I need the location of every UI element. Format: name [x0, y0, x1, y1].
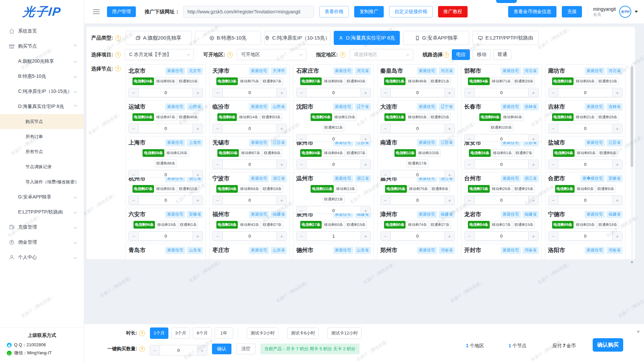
- copy-promo-button[interactable]: 复制推广: [354, 6, 384, 17]
- duration-button[interactable]: 3个月: [171, 327, 190, 339]
- collapse-arrow-icon[interactable]: [637, 331, 640, 333]
- quantity-input[interactable]: [558, 88, 612, 97]
- quantity-input[interactable]: [223, 124, 276, 133]
- duration-button[interactable]: 6个月: [193, 327, 211, 339]
- decrease-button[interactable]: −: [548, 232, 558, 240]
- increase-button[interactable]: +: [193, 196, 203, 204]
- decrease-button[interactable]: −: [381, 124, 391, 133]
- increase-button[interactable]: +: [276, 124, 286, 133]
- sidebar-item[interactable]: A:旗舰200兆独享: [0, 54, 84, 69]
- increase-button[interactable]: +: [361, 232, 371, 240]
- help-icon[interactable]: ?: [227, 52, 233, 58]
- sidebar-item[interactable]: E:L2TP/PPTP/软路由: [0, 204, 84, 220]
- confirm-purchase-button[interactable]: 确认购买: [593, 338, 623, 352]
- sidebar-item[interactable]: 充值管理: [0, 220, 84, 235]
- increase-button[interactable]: +: [444, 124, 454, 133]
- decrease-button[interactable]: −: [129, 170, 139, 178]
- clear-button[interactable]: 清空: [236, 344, 256, 354]
- gold-commission-info-button[interactable]: 查看金币佣金信息: [508, 6, 556, 17]
- scrollbar-thumb[interactable]: [631, 66, 633, 167]
- quantity-input[interactable]: [139, 88, 193, 97]
- increase-button[interactable]: +: [528, 196, 538, 204]
- quantity-input[interactable]: [475, 134, 528, 142]
- decrease-button[interactable]: −: [465, 88, 475, 97]
- decrease-button[interactable]: −: [548, 160, 558, 169]
- quantity-input[interactable]: [139, 196, 193, 204]
- duration-button[interactable]: 测试卡12小时: [327, 327, 361, 339]
- decrease-button[interactable]: −: [213, 88, 223, 97]
- quantity-input[interactable]: [223, 232, 276, 240]
- decrease-button[interactable]: −: [548, 196, 558, 204]
- increase-button[interactable]: +: [361, 134, 371, 142]
- quantity-input[interactable]: [223, 196, 276, 204]
- quantity-input[interactable]: [475, 88, 528, 97]
- quantity-input[interactable]: [139, 124, 193, 133]
- increase-button[interactable]: +: [528, 134, 538, 142]
- decrease-button[interactable]: −: [381, 88, 391, 97]
- increase-button[interactable]: +: [193, 88, 203, 97]
- decrease-button[interactable]: −: [129, 196, 139, 204]
- decrease-button[interactable]: −: [381, 196, 391, 204]
- increase-button[interactable]: +: [612, 196, 622, 204]
- increase-button[interactable]: +: [612, 160, 622, 169]
- help-icon[interactable]: ?: [115, 52, 121, 58]
- bulk-quantity-input[interactable]: [160, 345, 197, 355]
- decrease-button[interactable]: −: [465, 196, 475, 204]
- duration-button[interactable]: 1年: [215, 327, 233, 339]
- quantity-input[interactable]: [391, 232, 444, 240]
- confirm-button[interactable]: 确认: [212, 344, 231, 354]
- decrease-button[interactable]: −: [381, 170, 391, 178]
- decrease-button[interactable]: −: [297, 134, 307, 142]
- quantity-input[interactable]: [307, 232, 360, 240]
- help-icon[interactable]: ?: [139, 330, 145, 336]
- increase-button[interactable]: +: [193, 170, 203, 178]
- increase-button[interactable]: +: [193, 124, 203, 133]
- increase-button[interactable]: +: [276, 196, 286, 204]
- quantity-input[interactable]: [391, 124, 444, 133]
- increase-button[interactable]: +: [444, 88, 454, 97]
- decrease-button[interactable]: −: [129, 88, 139, 97]
- decrease-button[interactable]: −: [150, 345, 160, 355]
- increase-button[interactable]: +: [612, 232, 622, 240]
- product-tab[interactable]: G:安卓APP独享: [403, 31, 469, 45]
- decrease-button[interactable]: −: [381, 232, 391, 240]
- sidebar-item[interactable]: G:安卓APP独享: [0, 189, 84, 204]
- increase-button[interactable]: +: [444, 232, 454, 240]
- user-menu[interactable]: mingyangit 会员 光子IP: [593, 6, 638, 18]
- quantity-input[interactable]: [391, 88, 444, 97]
- sidebar-item[interactable]: B:特惠5-10兆: [0, 69, 84, 84]
- recharge-button[interactable]: 充值: [562, 6, 582, 17]
- quantity-input[interactable]: [475, 232, 528, 240]
- promo-tutorial-button[interactable]: 推广教程: [438, 6, 468, 17]
- quantity-input[interactable]: [558, 232, 612, 240]
- product-tab[interactable]: A:旗舰200兆独享: [125, 31, 192, 45]
- quantity-input[interactable]: [475, 196, 528, 204]
- decrease-button[interactable]: −: [548, 124, 558, 133]
- increase-button[interactable]: +: [276, 88, 286, 97]
- sidebar-item[interactable]: 系统首页: [0, 23, 84, 39]
- quantity-input[interactable]: [139, 170, 193, 178]
- promo-url-input[interactable]: [183, 6, 314, 18]
- quantity-input[interactable]: [223, 160, 276, 169]
- increase-button[interactable]: +: [528, 160, 538, 169]
- decrease-button[interactable]: −: [129, 232, 139, 240]
- scrollbar-down-arrow[interactable]: [631, 261, 633, 263]
- decrease-button[interactable]: −: [213, 124, 223, 133]
- increase-button[interactable]: +: [528, 88, 538, 97]
- decrease-button[interactable]: −: [297, 88, 307, 97]
- increase-button[interactable]: +: [444, 196, 454, 204]
- project-select[interactable]: C 赤月龙城【手游】: [125, 49, 194, 60]
- increase-button[interactable]: +: [197, 345, 207, 355]
- sidebar-item[interactable]: C:纯净原生IP（10-15兆）: [0, 84, 84, 99]
- sidebar-item[interactable]: 购买节点: [0, 114, 84, 129]
- help-icon[interactable]: ?: [443, 52, 449, 58]
- line-button[interactable]: 电信: [452, 49, 470, 60]
- decrease-button[interactable]: −: [297, 232, 307, 240]
- duration-button[interactable]: 测试卡6小时: [287, 327, 319, 339]
- increase-button[interactable]: +: [276, 160, 286, 169]
- sidebar-item[interactable]: 所有订单: [0, 129, 84, 144]
- increase-button[interactable]: +: [361, 160, 371, 169]
- decrease-button[interactable]: −: [465, 160, 475, 169]
- increase-button[interactable]: +: [444, 170, 454, 178]
- increase-button[interactable]: +: [361, 206, 371, 214]
